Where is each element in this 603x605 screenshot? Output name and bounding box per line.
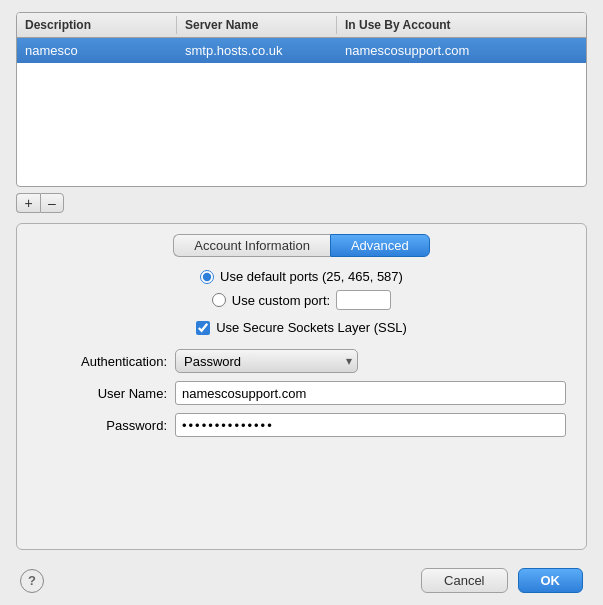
header-in-use: In Use By Account <box>337 16 586 34</box>
add-button[interactable]: + <box>16 193 40 213</box>
cell-in-use: namescosupport.com <box>337 40 586 61</box>
tab-advanced[interactable]: Advanced <box>330 234 430 257</box>
custom-port-label: Use custom port: <box>232 293 330 308</box>
password-label: Password: <box>37 418 167 433</box>
password-row: Password: <box>37 413 566 437</box>
ssl-row: Use Secure Sockets Layer (SSL) <box>37 320 566 335</box>
authentication-select[interactable]: Password MD5 Challenge-Response NTLM Ker… <box>175 349 358 373</box>
username-input[interactable] <box>175 381 566 405</box>
settings-panel: Account Information Advanced Use default… <box>16 223 587 550</box>
add-remove-bar: + – <box>16 193 587 213</box>
username-row: User Name: <box>37 381 566 405</box>
footer: ? Cancel OK <box>0 558 603 605</box>
table-row[interactable]: namesco smtp.hosts.co.uk namescosupport.… <box>17 38 586 63</box>
custom-port-radio[interactable] <box>212 293 226 307</box>
cancel-button[interactable]: Cancel <box>421 568 507 593</box>
help-button[interactable]: ? <box>20 569 44 593</box>
custom-port-input[interactable] <box>336 290 391 310</box>
content-area: Use default ports (25, 465, 587) Use cus… <box>17 269 586 437</box>
header-server-name: Server Name <box>177 16 337 34</box>
ssl-label: Use Secure Sockets Layer (SSL) <box>216 320 407 335</box>
form-rows: Authentication: Password MD5 Challenge-R… <box>37 349 566 437</box>
dialog: Description Server Name In Use By Accoun… <box>0 0 603 605</box>
username-label: User Name: <box>37 386 167 401</box>
footer-right: Cancel OK <box>421 568 583 593</box>
cell-description: namesco <box>17 40 177 61</box>
default-ports-row: Use default ports (25, 465, 587) <box>37 269 566 284</box>
ssl-checkbox[interactable] <box>196 321 210 335</box>
ports-radio-group: Use default ports (25, 465, 587) Use cus… <box>37 269 566 310</box>
authentication-row: Authentication: Password MD5 Challenge-R… <box>37 349 566 373</box>
password-input[interactable] <box>175 413 566 437</box>
tab-account-information[interactable]: Account Information <box>173 234 330 257</box>
smtp-server-table: Description Server Name In Use By Accoun… <box>16 12 587 187</box>
header-description: Description <box>17 16 177 34</box>
default-ports-radio[interactable] <box>200 270 214 284</box>
ok-button[interactable]: OK <box>518 568 584 593</box>
table-header: Description Server Name In Use By Accoun… <box>17 13 586 38</box>
custom-port-row: Use custom port: <box>37 290 566 310</box>
table-body: namesco smtp.hosts.co.uk namescosupport.… <box>17 38 586 185</box>
default-ports-label: Use default ports (25, 465, 587) <box>220 269 403 284</box>
authentication-select-wrapper: Password MD5 Challenge-Response NTLM Ker… <box>175 349 358 373</box>
authentication-label: Authentication: <box>37 354 167 369</box>
tabs-row: Account Information Advanced <box>17 234 586 257</box>
remove-button[interactable]: – <box>40 193 64 213</box>
cell-server-name: smtp.hosts.co.uk <box>177 40 337 61</box>
